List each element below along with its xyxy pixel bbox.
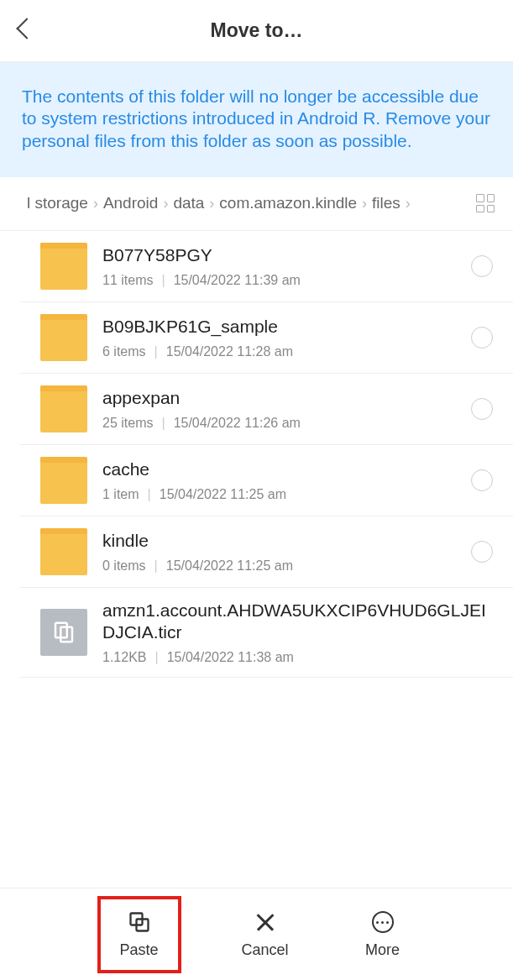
folder-icon xyxy=(40,314,87,361)
file-list: B077Y58PGY11 items|15/04/2022 11:39 amB0… xyxy=(0,231,513,679)
file-row[interactable]: amzn1.account.AHDWA5UKXCIP6VHUD6GLJEIDJC… xyxy=(20,588,513,679)
folder-icon xyxy=(40,243,87,290)
file-icon xyxy=(40,609,87,656)
item-info: B077Y58PGY11 items|15/04/2022 11:39 am xyxy=(102,244,461,288)
item-info: kindle0 items|15/04/2022 11:25 am xyxy=(102,530,461,574)
folder-icon xyxy=(40,385,87,432)
back-button[interactable] xyxy=(0,0,50,61)
header: Move to… xyxy=(0,0,513,62)
item-info: amzn1.account.AHDWA5UKXCIP6VHUD6GLJEIDJC… xyxy=(102,600,493,666)
cancel-button[interactable]: Cancel xyxy=(232,909,299,959)
select-radio[interactable] xyxy=(471,469,493,491)
item-meta: 1.12KB|15/04/2022 11:38 am xyxy=(102,650,493,665)
select-radio[interactable] xyxy=(471,255,493,277)
chevron-right-icon: › xyxy=(404,195,412,212)
item-info: appexpan25 items|15/04/2022 11:26 am xyxy=(102,387,461,431)
breadcrumb-segment[interactable]: l storage xyxy=(27,194,88,212)
item-meta: 25 items|15/04/2022 11:26 am xyxy=(102,416,461,431)
bottom-toolbar: Paste Cancel More xyxy=(0,888,513,980)
more-label: More xyxy=(365,941,400,959)
cancel-label: Cancel xyxy=(241,941,288,959)
chevron-right-icon: › xyxy=(92,195,100,212)
paste-label: Paste xyxy=(119,941,158,959)
select-radio[interactable] xyxy=(471,541,493,563)
item-meta: 1 item|15/04/2022 11:25 am xyxy=(102,487,461,502)
folder-row[interactable]: B077Y58PGY11 items|15/04/2022 11:39 am xyxy=(20,231,513,302)
item-name: kindle xyxy=(102,530,461,552)
item-name: B077Y58PGY xyxy=(102,244,461,266)
chevron-right-icon: › xyxy=(161,195,170,212)
more-button[interactable]: More xyxy=(349,909,416,959)
item-info: cache1 item|15/04/2022 11:25 am xyxy=(102,459,461,502)
select-radio[interactable] xyxy=(471,398,493,420)
item-info: B09BJKP61G_sample6 items|15/04/2022 11:2… xyxy=(102,316,461,359)
grid-view-button[interactable] xyxy=(473,191,498,216)
warning-banner: The contents of this folder will no long… xyxy=(0,62,513,177)
folder-row[interactable]: appexpan25 items|15/04/2022 11:26 am xyxy=(20,374,513,445)
chevron-right-icon: › xyxy=(360,195,369,212)
breadcrumb-segment[interactable]: com.amazon.kindle xyxy=(219,194,357,212)
breadcrumb[interactable]: l storage›Android›data›com.amazon.kindle… xyxy=(27,194,463,212)
folder-row[interactable]: cache1 item|15/04/2022 11:25 am xyxy=(20,445,513,516)
paste-icon xyxy=(127,909,152,935)
breadcrumb-segment[interactable]: files xyxy=(372,194,400,212)
folder-icon xyxy=(40,528,87,575)
folder-row[interactable]: B09BJKP61G_sample6 items|15/04/2022 11:2… xyxy=(20,302,513,374)
item-meta: 11 items|15/04/2022 11:39 am xyxy=(102,273,461,288)
item-name: B09BJKP61G_sample xyxy=(102,316,461,338)
item-name: cache xyxy=(102,459,461,480)
item-name: appexpan xyxy=(102,387,461,409)
paste-button[interactable]: Paste xyxy=(97,896,181,973)
item-name: amzn1.account.AHDWA5UKXCIP6VHUD6GLJEIDJC… xyxy=(102,600,493,644)
chevron-right-icon: › xyxy=(207,195,216,212)
grid-icon xyxy=(476,194,495,212)
folder-row[interactable]: kindle0 items|15/04/2022 11:25 am xyxy=(20,516,513,588)
breadcrumb-segment[interactable]: Android xyxy=(103,194,159,212)
item-meta: 0 items|15/04/2022 11:25 am xyxy=(102,558,461,574)
folder-icon xyxy=(40,457,87,504)
item-meta: 6 items|15/04/2022 11:28 am xyxy=(102,344,461,359)
select-radio[interactable] xyxy=(471,327,493,349)
breadcrumb-row: l storage›Android›data›com.amazon.kindle… xyxy=(0,177,513,231)
chevron-left-icon xyxy=(19,21,31,41)
breadcrumb-segment[interactable]: data xyxy=(173,194,204,212)
more-icon xyxy=(370,909,395,935)
page-title: Move to… xyxy=(0,19,513,42)
close-icon xyxy=(253,909,278,935)
